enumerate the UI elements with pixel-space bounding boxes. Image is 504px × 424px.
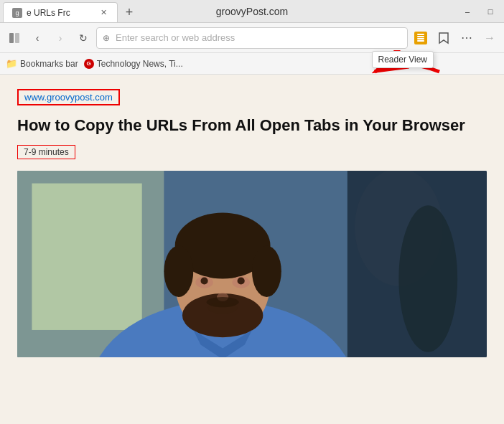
svg-point-19 [238, 277, 245, 284]
page-icon: ⊕ [103, 33, 110, 43]
svg-point-13 [164, 245, 193, 297]
back-button[interactable]: ‹ [27, 28, 47, 48]
reader-view-button[interactable] [411, 28, 431, 48]
tab-close-button[interactable]: ✕ [99, 8, 108, 17]
minimize-button[interactable]: – [457, 4, 478, 19]
bookmark-favicon-1: G [84, 59, 94, 69]
content-area: www.groovypost.com How to Copy the URLs … [0, 75, 504, 424]
read-time-badge: 7-9 minutes [17, 145, 75, 159]
tab-favicon: g [12, 8, 22, 18]
bookmark-label-1: Technology News, Ti... [97, 59, 183, 69]
svg-point-8 [398, 205, 457, 352]
active-tab[interactable]: g e URLs Frc ✕ [3, 2, 118, 22]
reader-view-tooltip: Reader View [372, 51, 434, 68]
bookmark-item-1[interactable]: G Technology News, Ti... [84, 59, 183, 69]
address-text: Enter search or web address [116, 32, 235, 43]
svg-rect-1 [15, 33, 19, 43]
forward-button[interactable]: › [50, 28, 70, 48]
bookmarks-bar-label: 📁 Bookmarks bar [6, 58, 78, 69]
site-url-badge[interactable]: www.groovypost.com [17, 89, 120, 105]
tab-title: e URLs Frc [27, 8, 70, 18]
favorites-button[interactable] [434, 28, 454, 48]
reload-button[interactable]: → [480, 28, 500, 48]
window-controls: – □ [457, 4, 504, 19]
sidebar-toggle-button[interactable] [4, 28, 24, 48]
svg-point-14 [252, 245, 281, 297]
reader-view-container: Reader View [411, 28, 431, 48]
article-image [17, 171, 487, 357]
svg-rect-0 [9, 33, 14, 43]
title-bar: g e URLs Frc ✕ + groovyPost.com – □ [0, 0, 504, 23]
nav-bar: ‹ › ↻ ⊕ Enter search or web address Read… [0, 23, 504, 53]
svg-point-22 [207, 297, 239, 307]
folder-icon: 📁 [6, 58, 17, 69]
svg-point-18 [200, 277, 207, 284]
refresh-button[interactable]: ↻ [73, 28, 93, 48]
tab-area: g e URLs Frc ✕ + [0, 0, 139, 22]
more-button[interactable]: ⋯ [457, 28, 477, 48]
svg-rect-5 [32, 183, 141, 329]
maximize-button[interactable]: □ [480, 4, 501, 19]
nav-bar-wrapper: ‹ › ↻ ⊕ Enter search or web address Read… [0, 23, 504, 53]
bookmarks-bar-text: Bookmarks bar [20, 59, 78, 69]
article-title: How to Copy the URLs From All Open Tabs … [17, 116, 487, 136]
new-tab-button[interactable]: + [119, 2, 139, 22]
reader-view-icon [414, 32, 427, 44]
article-image-inner [17, 171, 487, 357]
window-title: groovyPost.com [216, 6, 288, 17]
address-bar[interactable]: ⊕ Enter search or web address [96, 27, 408, 49]
